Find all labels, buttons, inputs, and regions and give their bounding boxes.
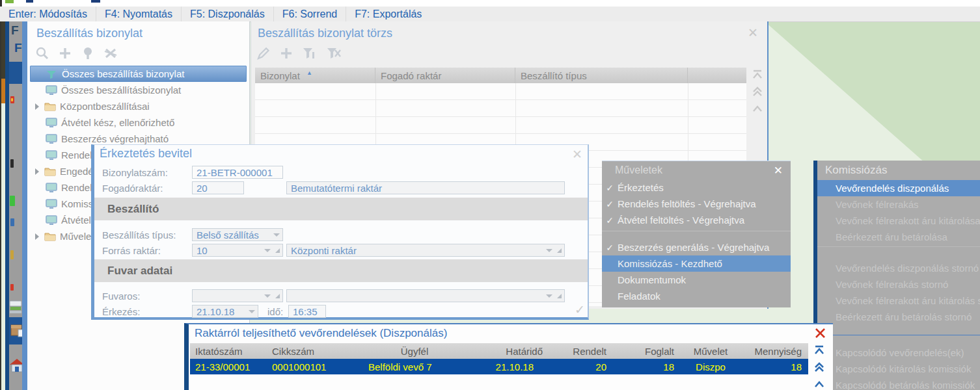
kom-item-label: Vevőnek félrerakott áru kitárolása: [836, 215, 980, 226]
column-header-iktatoszam[interactable]: Iktatószám: [190, 346, 267, 357]
lookup-corner-icon[interactable]: [275, 248, 280, 253]
cell-cikkszam: 0001000101: [267, 361, 353, 372]
beszallitas-tipus-dropdown[interactable]: Belső szállítás: [192, 228, 283, 241]
lookup-corner-icon[interactable]: [557, 294, 562, 298]
clipped-icon-fragment: [26, 0, 33, 3]
forras-raktar-code-dropdown[interactable]: 10: [192, 244, 283, 257]
operation-label: Dokumentumok: [618, 274, 686, 285]
fogadoraktar-code-input[interactable]: 20: [192, 181, 244, 194]
monitor-icon: [46, 134, 57, 144]
forras-raktar-name-dropdown[interactable]: Központi raktár: [286, 244, 565, 257]
field-label: Beszállítás típus:: [102, 229, 176, 240]
cash-register-icon[interactable]: [8, 299, 23, 315]
cell-mennyiseg: 18: [741, 361, 808, 372]
panel-title-row: Műveletek ✕: [602, 161, 791, 179]
menu-item-nyomtatas[interactable]: F4: Nyomtatás: [96, 6, 182, 21]
filter-icon[interactable]: [302, 46, 318, 60]
column-header-beszallito-tipus[interactable]: Beszállító típus: [515, 68, 688, 83]
tree-view-icon[interactable]: [81, 46, 95, 60]
panel-title: Beszállítás bizonylat: [36, 27, 143, 40]
clipped-icon-fragment: [5, 0, 14, 3]
field-label: Érkezés:: [102, 306, 140, 317]
add-icon[interactable]: [58, 46, 72, 60]
scroll-up-icon[interactable]: [812, 377, 826, 390]
tree-item-label: Összes beszállításbizonylat: [61, 84, 181, 96]
column-header-fogado-raktar[interactable]: Fogadó raktár: [375, 68, 515, 83]
page-up-icon[interactable]: [812, 360, 826, 374]
add-icon[interactable]: [279, 46, 293, 60]
close-icon[interactable]: ✕: [572, 148, 582, 161]
section-header-beszallito: Beszállító: [94, 198, 588, 220]
menu-item-sorrend[interactable]: F6: Sorrend: [274, 6, 346, 21]
table-row-selected[interactable]: 21-33/00001 0001000101 Belföldi vevő 7 2…: [190, 359, 808, 374]
kom-item-kapcsolodo-vevorendelesek[interactable]: Kapcsolódó vevőrendelés(ek): [817, 344, 980, 361]
operation-item-feladatok[interactable]: Feladatok: [602, 288, 791, 304]
tree-item-atvetel-kesz[interactable]: Átvétel kész, ellenőrizhető: [30, 114, 247, 131]
scroll-to-top-icon[interactable]: [812, 343, 826, 358]
dropdown-value: Belső szállítás: [197, 229, 259, 240]
indicator-dot: [10, 196, 15, 206]
kom-item-felrerakas-storno[interactable]: Vevőnek félrerakás stornó: [817, 276, 980, 292]
edit-pencil-icon[interactable]: [256, 46, 271, 60]
kom-item-kitarolas-storno[interactable]: Vevőnek félrerakott áru kitárolás stornó: [817, 292, 980, 309]
clear-filter-icon[interactable]: [103, 46, 118, 60]
menu-item-exportalas[interactable]: F7: Exportálás: [346, 6, 430, 21]
operation-item-komissiozas[interactable]: Komissiózás - Kezdhető: [602, 255, 791, 272]
bizonylatszam-input[interactable]: 21-BETR-000001: [192, 166, 283, 179]
close-icon[interactable]: ✕: [748, 27, 758, 39]
operation-label: Beszerzés generálás - Végrehajtva: [618, 242, 769, 253]
section-title: Fuvar adatai: [107, 265, 172, 278]
search-icon[interactable]: [35, 46, 49, 60]
ido-input[interactable]: 16:35: [288, 305, 326, 318]
column-header-ugyfel[interactable]: Ügyfél: [353, 346, 476, 357]
operation-item-beszerzes-generalas[interactable]: ✓ Beszerzés generálás - Végrehajtva: [602, 239, 791, 255]
operation-item-atvetel-feltoltes[interactable]: ✓ Átvétel feltöltés - Végrehajtva: [602, 212, 791, 228]
kom-item-vevorendeles-diszponalas[interactable]: Vevőrendelés diszponálás: [817, 180, 980, 196]
fogadoraktar-name-input[interactable]: Bemutatótermi raktár: [286, 181, 565, 194]
lookup-corner-icon[interactable]: [275, 294, 280, 298]
tree-item-osszes-beszallitas-bizonylat[interactable]: Összes beszállítás bizonylat: [30, 66, 247, 82]
page-up-icon[interactable]: [750, 84, 765, 99]
column-header-muvelet[interactable]: Művelet: [681, 346, 741, 357]
menu-item-diszponalas[interactable]: F5: Diszponálás: [182, 6, 274, 21]
chevron-down-icon: [546, 249, 552, 252]
expand-arrow-icon[interactable]: [33, 233, 42, 240]
kom-item-kapcsolodo-betarolas[interactable]: Kapcsolódó betárolás komissiók: [817, 377, 980, 390]
fuvaros-code-dropdown[interactable]: [192, 289, 283, 302]
tree-item-label: Rendelt: [61, 182, 95, 193]
input-value: 20: [197, 183, 208, 194]
menu-item-modositas[interactable]: Enter: Módosítás: [0, 6, 96, 21]
kom-item-kapcsolodo-kitarolas[interactable]: Kapcsolódó kitárolás komissiók: [817, 361, 980, 377]
kom-item-betarolas-storno[interactable]: Beérkezett áru betárolás stornó: [817, 309, 980, 325]
column-header-mennyiseg[interactable]: Mennyiség: [741, 346, 808, 357]
column-header-bizonylat[interactable]: Bizonylat ▲: [255, 68, 375, 83]
hidden-window-title-letter: F: [11, 23, 19, 38]
column-header-cikkszam[interactable]: Cikkszám: [267, 346, 353, 357]
kom-item-felrerakott-kitarolasa[interactable]: Vevőnek félrerakott áru kitárolása: [817, 213, 980, 229]
operation-item-dokumentumok[interactable]: Dokumentumok: [602, 272, 791, 288]
tree-item-kozpontbeszallitasai[interactable]: Központbeszállításai: [30, 98, 247, 114]
tree-item-osszes-beszallitasbizonylat[interactable]: Összes beszállításbizonylat: [30, 82, 247, 98]
tree-item-label: Engedé: [60, 166, 94, 177]
kom-item-vevonek-felrerakas[interactable]: Vevőnek félrerakás: [817, 196, 980, 213]
kom-item-beerkezett-betarolasa[interactable]: Beérkezett áru betárolása: [817, 229, 980, 245]
check-icon: ✓: [602, 183, 618, 193]
scroll-up-icon[interactable]: [750, 101, 765, 116]
close-icon[interactable]: ✕: [774, 164, 783, 177]
operation-item-rendeles-feltoltes[interactable]: ✓ Rendelés feltöltés - Végrehajtva: [602, 196, 791, 212]
cell-foglalt: 18: [613, 361, 681, 372]
scroll-to-top-icon[interactable]: [750, 68, 765, 82]
erkezes-date-dropdown[interactable]: 21.10.18: [192, 305, 258, 318]
column-header-hatarido[interactable]: Határidő: [476, 346, 549, 357]
column-header-rendelt[interactable]: Rendelt: [549, 346, 613, 357]
close-icon[interactable]: [815, 328, 826, 339]
expand-arrow-icon[interactable]: [33, 103, 42, 110]
fuvaros-name-dropdown[interactable]: [286, 289, 565, 302]
expand-arrow-icon[interactable]: [33, 168, 42, 175]
confirm-check-icon[interactable]: ✓: [575, 302, 585, 317]
kom-item-diszponalas-storno[interactable]: Vevőrendelés diszponálás stornó: [817, 260, 980, 276]
lookup-corner-icon[interactable]: [557, 248, 562, 253]
operation-item-erkeztetes[interactable]: ✓ Érkeztetés: [602, 179, 791, 196]
column-header-foglalt[interactable]: Foglalt: [613, 346, 681, 357]
clear-filter-icon[interactable]: [326, 46, 342, 60]
